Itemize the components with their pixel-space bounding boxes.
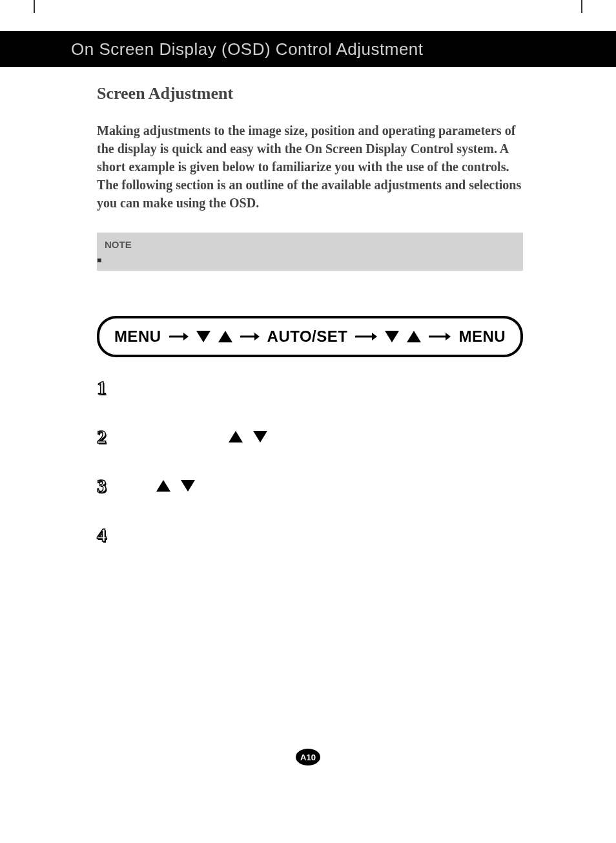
note-box: NOTE ■ xyxy=(97,233,523,271)
triangle-down-icon xyxy=(196,331,210,342)
page: On Screen Display (OSD) Control Adjustme… xyxy=(0,0,616,843)
step-3-icons xyxy=(156,480,195,492)
svg-marker-3 xyxy=(218,331,232,342)
svg-marker-2 xyxy=(196,331,210,342)
svg-marker-5 xyxy=(254,333,260,340)
crop-marks xyxy=(0,0,616,19)
step-4: 4 xyxy=(97,524,523,546)
triangle-up-icon xyxy=(156,480,170,492)
note-bullet-icon: ■ xyxy=(97,256,101,265)
triangle-down-icon xyxy=(385,331,399,342)
content-area: Screen Adjustment Making adjustments to … xyxy=(97,84,523,573)
step-2: 2 xyxy=(97,426,523,448)
page-number-badge: A10 xyxy=(296,749,320,765)
crop-mark-right xyxy=(581,0,582,13)
header-bar: On Screen Display (OSD) Control Adjustme… xyxy=(0,31,616,67)
step-1: 1 xyxy=(97,377,523,399)
crop-mark-left xyxy=(34,0,35,13)
button-flow-box: MENU AUTO/SET MENU xyxy=(97,316,523,357)
page-number: A10 xyxy=(300,753,316,762)
svg-marker-15 xyxy=(181,480,195,492)
triangle-down-icon xyxy=(253,431,267,442)
triangle-up-icon xyxy=(229,431,243,442)
steps-list: 1 2 3 4 xyxy=(97,377,523,546)
svg-marker-8 xyxy=(385,331,399,342)
flow-menu-1: MENU xyxy=(114,328,161,346)
flow-menu-2: MENU xyxy=(458,328,506,346)
svg-marker-1 xyxy=(183,333,189,340)
flow-autoset: AUTO/SET xyxy=(267,328,348,346)
svg-marker-7 xyxy=(372,333,377,340)
arrow-right-icon xyxy=(429,332,451,341)
step-number: 3 xyxy=(97,475,115,497)
triangle-down-icon xyxy=(181,480,195,492)
arrow-right-icon xyxy=(355,332,377,341)
svg-marker-13 xyxy=(253,431,267,442)
step-number: 4 xyxy=(97,524,115,546)
step-3: 3 xyxy=(97,475,523,497)
header-title: On Screen Display (OSD) Control Adjustme… xyxy=(71,39,424,59)
svg-marker-12 xyxy=(229,431,243,442)
step-2-icons xyxy=(229,431,267,442)
section-heading: Screen Adjustment xyxy=(97,84,523,103)
section-body: Making adjustments to the image size, po… xyxy=(97,121,523,212)
triangle-up-icon xyxy=(407,331,421,342)
step-number: 1 xyxy=(97,377,115,399)
arrow-right-icon xyxy=(240,332,260,341)
svg-marker-14 xyxy=(156,480,170,492)
arrow-right-icon xyxy=(169,332,189,341)
step-number: 2 xyxy=(97,426,115,448)
svg-marker-9 xyxy=(407,331,421,342)
note-label: NOTE xyxy=(105,239,515,250)
triangle-up-icon xyxy=(218,331,232,342)
svg-marker-11 xyxy=(446,333,451,340)
